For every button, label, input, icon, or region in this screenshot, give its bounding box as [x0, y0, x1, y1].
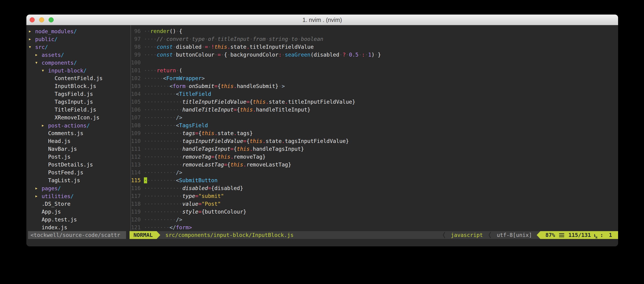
command-line[interactable] — [26, 239, 618, 246]
tree-item-file[interactable]: InputBlock.js — [26, 82, 128, 90]
line-number: 100 — [131, 59, 141, 66]
code-line[interactable]: 104··········<TitleField — [131, 90, 618, 98]
line-number: 106 — [131, 106, 141, 114]
file-path: src/components/input-block/InputBlock.js — [166, 231, 294, 239]
line-number: 113 — [131, 161, 141, 168]
tree-item-file[interactable]: TagsInput.js — [26, 98, 128, 106]
tree-item-file[interactable]: Head.js — [26, 137, 128, 145]
statusline: NORMAL src/components/input-block/InputB… — [130, 231, 618, 239]
tree-item-file[interactable]: NavBar.js — [26, 145, 128, 153]
lines-icon — [559, 232, 564, 238]
code-line[interactable]: 97····//·convert·type·of·titleInput·from… — [131, 35, 618, 43]
tree-item-file[interactable]: Post.js — [26, 153, 128, 161]
mode-indicator: NORMAL — [130, 231, 156, 239]
line-number: 121 — [131, 224, 141, 231]
line-number: 102 — [131, 74, 141, 82]
tree-item-file[interactable]: App.js — [26, 208, 128, 216]
tree-item-file[interactable]: PostDetails.js — [26, 161, 128, 168]
terminal-content: ▸node_modules/▸public/▾src/▸assets/▾comp… — [26, 25, 618, 246]
line-number: 115 — [131, 176, 141, 184]
code-line[interactable]: 115··········<SubmitButton — [131, 176, 618, 184]
code-line[interactable]: 111············handleTagsInput={this.han… — [131, 145, 618, 153]
code-line[interactable]: 100 — [131, 59, 618, 66]
code-line[interactable]: 118············value="Post" — [131, 200, 618, 208]
line-number: 99 — [131, 51, 141, 59]
code-line[interactable]: 121········</form> — [131, 224, 618, 231]
tree-item-dir[interactable]: ▸post-actions/ — [26, 122, 128, 129]
line-position: 115/131 — [568, 231, 591, 239]
line-number: 105 — [131, 98, 141, 106]
tree-item-file[interactable]: TagsField.js — [26, 90, 128, 98]
chevron-left-icon — [442, 231, 445, 239]
line-number: 96 — [131, 27, 141, 35]
code-line[interactable]: 103········<form·onSubmit={this.handleSu… — [131, 82, 618, 90]
chevron-closed-icon: ▸ — [29, 35, 35, 44]
chevron-open-icon: ▾ — [42, 66, 48, 75]
line-number: 117 — [131, 192, 141, 200]
code-line[interactable]: 108··········<TagsField — [131, 122, 618, 129]
tree-item-file[interactable]: Comments.js — [26, 129, 128, 137]
tree-item-dir[interactable]: ▸node_modules/ — [26, 27, 128, 35]
tree-item-file[interactable]: App.test.js — [26, 216, 128, 224]
line-number: 120 — [131, 216, 141, 224]
chevron-left-icon — [488, 231, 491, 239]
code-line[interactable]: 107··········/> — [131, 114, 618, 122]
line-number: 97 — [131, 35, 141, 43]
code-line[interactable]: 106············handleTitleInput={this.ha… — [131, 106, 618, 114]
cursor: · — [144, 177, 147, 183]
tree-item-file[interactable]: index.js — [26, 224, 128, 231]
position-segment: 87% 115/131 LN : 1 — [540, 231, 618, 239]
chevron-closed-icon: ▸ — [36, 184, 42, 193]
tree-item-file[interactable]: TitleField.js — [26, 106, 128, 114]
code-line[interactable]: 112············removeTag={this.removeTag… — [131, 153, 618, 161]
line-number: 114 — [131, 168, 141, 176]
tree-path: <tockwell/source-code/scattr — [30, 232, 120, 238]
tree-item-file[interactable]: XRemoveIcon.js — [26, 114, 128, 122]
tree-item-file[interactable]: PostFeed.js — [26, 168, 128, 176]
filetype-indicator: javascript — [451, 231, 483, 239]
column-number: 1 — [609, 231, 612, 239]
code-line[interactable]: 105············titleInputFieldValue={thi… — [131, 98, 618, 106]
line-number: 107 — [131, 114, 141, 122]
code-line[interactable]: 96··render()·{ — [131, 27, 618, 35]
code-line[interactable]: 120··········/> — [131, 216, 618, 224]
tree-item-file[interactable]: ContentField.js — [26, 74, 128, 82]
line-number: 118 — [131, 200, 141, 208]
titlebar[interactable]: 1. nvim . (nvim) — [26, 14, 618, 25]
tree-item-dir[interactable]: ▸pages/ — [26, 184, 128, 192]
tree-item-dir[interactable]: ▸utilities/ — [26, 192, 128, 200]
window-title: 1. nvim . (nvim) — [26, 14, 618, 25]
tree-item-file[interactable]: .DS_Store — [26, 200, 128, 208]
code-line[interactable]: 99····const·buttonColour·=·{·backgroundC… — [131, 51, 618, 59]
code-line[interactable]: 110············tagsInputFieldValue={this… — [131, 137, 618, 145]
code-line[interactable]: 119············style={buttonColour} — [131, 208, 618, 216]
code-line[interactable]: 113············removeLastTag={this.remov… — [131, 161, 618, 168]
tree-item-dir[interactable]: ▾input-block/ — [26, 66, 128, 74]
chevron-open-icon: ▾ — [36, 59, 42, 67]
chevron-closed-icon: ▸ — [36, 192, 42, 201]
tree-item-dir[interactable]: ▸public/ — [26, 35, 128, 43]
file-tree: ▸node_modules/▸public/▾src/▸assets/▾comp… — [26, 27, 128, 231]
scroll-percent: 87% — [546, 231, 555, 239]
line-number: 101 — [131, 66, 141, 74]
code-line[interactable]: 109············tags={this.state.tags} — [131, 129, 618, 137]
line-number-icon: LN — [594, 232, 598, 239]
line-number: 116 — [131, 184, 141, 192]
tree-item-file[interactable]: TagList.js — [26, 176, 128, 184]
code-line[interactable]: 98····const·disabled·=·!this.state.title… — [131, 43, 618, 51]
code-line[interactable]: 116············disabled={disabled} — [131, 184, 618, 192]
chevron-closed-icon: ▸ — [42, 122, 48, 130]
code-line[interactable]: 114··········/> — [131, 168, 618, 176]
code-editor[interactable]: 96··render()·{97····//·convert·type·of·t… — [131, 27, 618, 231]
line-number: 103 — [131, 82, 141, 90]
code-line[interactable]: 117············type="submit" — [131, 192, 618, 200]
code-line[interactable]: 101····return·( — [131, 66, 618, 74]
chevron-closed-icon: ▸ — [36, 51, 42, 60]
powerline-arrow-icon — [156, 231, 160, 239]
code-line[interactable]: 102······<FormWrapper> — [131, 74, 618, 82]
tree-item-dir[interactable]: ▸assets/ — [26, 51, 128, 59]
terminal-window: 1. nvim . (nvim) ▸node_modules/▸public/▾… — [26, 14, 618, 246]
tree-item-dir[interactable]: ▾components/ — [26, 59, 128, 66]
tree-item-dir[interactable]: ▾src/ — [26, 43, 128, 51]
line-number: 104 — [131, 90, 141, 98]
